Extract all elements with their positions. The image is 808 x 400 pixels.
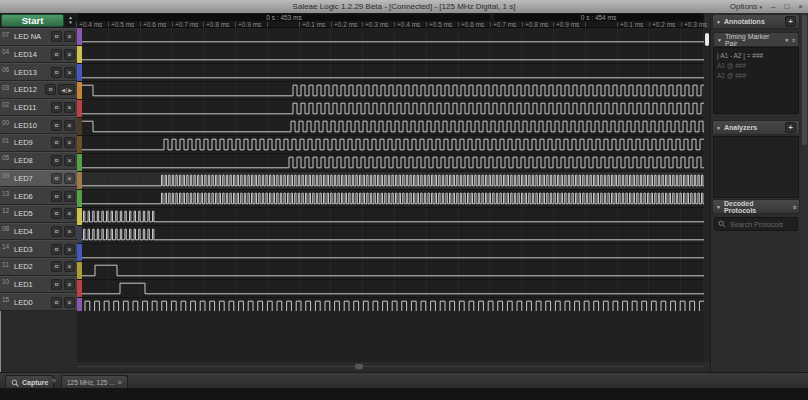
timeline-ruler[interactable]: 0 s : 453 ms0 s : 454 ms+0.4 ms+0.5 ms+0… [77,13,704,28]
channel-settings-button[interactable]: ¤ [51,279,62,290]
channel-row[interactable]: 15···LED0¤× [0,293,77,311]
channel-settings-button[interactable]: ¤ [51,208,62,219]
channel-settings-button[interactable]: ¤ [51,226,62,237]
gear-icon[interactable]: ¤ [118,379,122,386]
options-button[interactable]: Options ▾ [730,2,762,11]
waveform-lane[interactable] [77,46,704,64]
tab-device-settings[interactable]: 125 MHz, 125 ... ¤ [61,375,128,389]
channel-settings-button[interactable]: ¤ [51,31,62,42]
channel-hide-button[interactable]: × [64,49,75,60]
channel-hide-button[interactable]: × [64,297,75,308]
waveform-lane[interactable] [77,28,704,46]
drag-handle-icon[interactable]: ··· [2,215,8,219]
channel-row[interactable]: 03···LED12¤◀ʃ▶ [0,81,77,99]
scrollbar-handle[interactable] [802,15,807,145]
waveform-horizontal-scrollbar[interactable] [77,363,704,370]
channel-row[interactable]: 06···LED13¤× [0,63,77,81]
channel-row[interactable]: 02···LED11¤× [0,99,77,117]
drag-handle-icon[interactable]: ··· [2,56,8,60]
channel-hide-button[interactable]: × [64,261,75,272]
channel-hide-button[interactable]: × [64,31,75,42]
channel-row[interactable]: 01···LED9¤× [0,134,77,152]
channel-row[interactable]: 14···LED3¤× [0,240,77,258]
maximize-button[interactable]: □ [784,0,789,13]
channel-row[interactable]: 11···LED2¤× [0,258,77,276]
waveform-lane[interactable] [77,82,704,100]
channel-trigger-buttons[interactable]: ◀ʃ▶ [58,84,75,95]
waveform-lane[interactable] [77,100,704,118]
start-button[interactable]: Start [1,14,64,27]
channel-hide-button[interactable]: × [64,120,75,131]
drag-handle-icon[interactable]: ··· [2,197,8,201]
add-analyzer-button[interactable]: + [785,122,796,133]
channel-row[interactable]: 07···LED NA¤× [0,28,77,46]
drag-handle-icon[interactable]: ··· [2,162,8,166]
drag-handle-icon[interactable]: ··· [2,286,8,290]
add-annotation-button[interactable]: + [785,16,796,27]
channel-settings-button[interactable]: ¤ [51,102,62,113]
drag-handle-icon[interactable]: ··· [2,91,8,95]
tab-capture[interactable]: Capture [5,375,54,389]
drag-handle-icon[interactable]: ··· [2,109,8,113]
channel-settings-button[interactable]: ¤ [45,84,56,95]
channel-hide-button[interactable]: × [64,137,75,148]
waveform-lane[interactable] [77,280,704,298]
channel-hide-button[interactable]: × [64,191,75,202]
channel-row[interactable]: 00···LED10¤× [0,116,77,134]
waveform-lane[interactable] [77,262,704,280]
channel-hide-button[interactable]: × [64,155,75,166]
channel-row[interactable]: 08···LED4¤× [0,223,77,241]
channel-settings-button[interactable]: ¤ [51,49,62,60]
trigger-edge-icon[interactable]: ◀ [61,87,65,93]
channel-row[interactable]: 13···LED6¤× [0,187,77,205]
timing-marker-pair-header[interactable]: ▼ Timing Marker Pair ▼ ¤ [713,32,799,47]
search-protocols-input[interactable] [728,220,794,229]
channel-settings-button[interactable]: ¤ [51,297,62,308]
channel-row[interactable]: 12···LED5¤× [0,205,77,223]
waveform-lane[interactable] [77,190,704,208]
waveform-lane[interactable] [77,226,704,244]
waveform-lane[interactable] [77,136,704,154]
gear-icon[interactable]: ¤ [793,204,796,210]
waveform-lane[interactable] [77,64,704,82]
spinner-down-icon[interactable]: ▼ [68,21,72,26]
channel-settings-button[interactable]: ¤ [51,173,62,184]
dropdown-icon[interactable]: ▼ [784,37,789,43]
drag-handle-icon[interactable]: ··· [2,180,8,184]
waveform-lane[interactable] [77,118,704,136]
channel-settings-button[interactable]: ¤ [51,137,62,148]
channel-row[interactable]: 04···LED14¤× [0,46,77,64]
trigger-edge-icon[interactable]: ▶ [68,87,72,93]
channel-settings-button[interactable]: ¤ [51,261,62,272]
channel-hide-button[interactable]: × [64,208,75,219]
scrollbar-handle[interactable] [705,33,709,46]
channel-hide-button[interactable]: × [64,279,75,290]
channel-hide-button[interactable]: × [64,102,75,113]
drag-handle-icon[interactable]: ··· [2,268,8,272]
waveform-lane[interactable] [77,172,704,190]
channel-hide-button[interactable]: × [64,173,75,184]
channel-hide-button[interactable]: × [64,244,75,255]
channel-settings-button[interactable]: ¤ [51,120,62,131]
channel-settings-button[interactable]: ¤ [51,191,62,202]
channel-row[interactable]: 05···LED8¤× [0,152,77,170]
waveform-empty-area[interactable] [77,311,704,362]
channel-hide-button[interactable]: × [64,67,75,78]
channel-settings-button[interactable]: ¤ [51,67,62,78]
gear-icon[interactable]: ¤ [792,37,795,43]
channel-row[interactable]: 09···LED7¤× [0,170,77,188]
channel-settings-button[interactable]: ¤ [51,155,62,166]
trigger-edge-icon[interactable]: ʃ [66,87,67,93]
channel-row[interactable]: 10···LED1¤× [0,276,77,294]
drag-handle-icon[interactable]: ··· [2,73,8,77]
annotations-header[interactable]: ▼ Annotations + [712,14,800,29]
waveform-lane[interactable] [77,208,704,226]
minimize-button[interactable]: – [771,0,775,13]
waveform-lane[interactable] [77,154,704,172]
close-button[interactable]: × [798,0,803,13]
drag-handle-icon[interactable]: ··· [2,127,8,131]
drag-handle-icon[interactable]: ··· [2,144,8,148]
scrollbar-handle[interactable] [354,363,364,370]
tab-overflow-chevron[interactable]: » [52,377,56,384]
drag-handle-icon[interactable]: ··· [2,233,8,237]
